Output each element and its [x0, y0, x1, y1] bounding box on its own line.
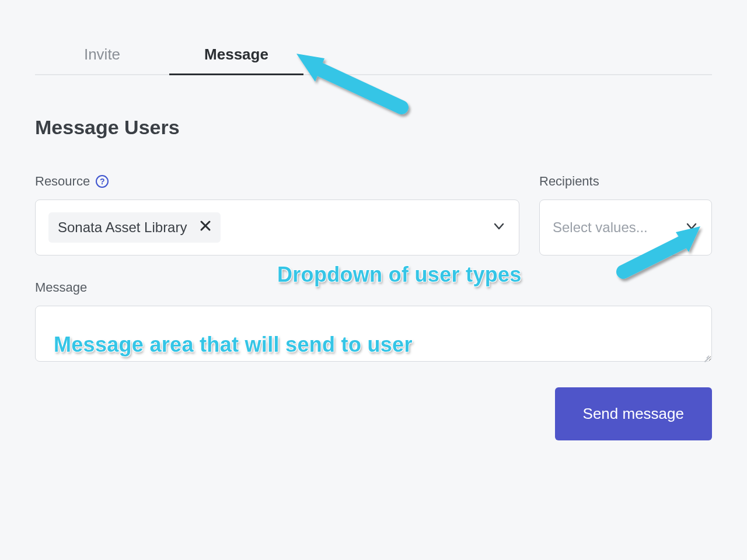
- field-message: Message: [35, 280, 712, 364]
- field-resource: Resource ? Sonata Asset Library: [35, 174, 519, 256]
- field-recipients: Recipients Select values...: [539, 174, 712, 256]
- help-icon[interactable]: ?: [96, 175, 109, 188]
- resource-chip-label: Sonata Asset Library: [58, 219, 187, 236]
- form-row: Resource ? Sonata Asset Library Recipien…: [35, 174, 712, 256]
- page-container: Invite Message Message Users Resource ? …: [0, 35, 747, 440]
- resource-chip: Sonata Asset Library: [48, 212, 221, 243]
- tabs: Invite Message: [35, 35, 712, 75]
- tab-invite-label: Invite: [84, 46, 120, 63]
- message-textarea[interactable]: [35, 306, 712, 362]
- close-icon[interactable]: [200, 220, 211, 235]
- resource-label-row: Resource ?: [35, 174, 519, 189]
- chevron-down-icon: [492, 219, 506, 236]
- tab-message-label: Message: [204, 46, 268, 63]
- textarea-wrap: [35, 306, 712, 364]
- tab-invite[interactable]: Invite: [35, 35, 169, 74]
- recipients-select[interactable]: Select values...: [539, 200, 712, 256]
- recipients-placeholder: Select values...: [553, 219, 648, 236]
- chevron-down-icon: [685, 219, 699, 236]
- resource-select[interactable]: Sonata Asset Library: [35, 200, 519, 256]
- recipients-label: Recipients: [539, 174, 599, 189]
- recipients-label-row: Recipients: [539, 174, 712, 189]
- tab-message[interactable]: Message: [169, 35, 303, 74]
- page-title: Message Users: [35, 116, 712, 139]
- actions-row: Send message: [35, 387, 712, 440]
- resource-label: Resource: [35, 174, 90, 189]
- send-message-button[interactable]: Send message: [555, 387, 712, 440]
- message-label-row: Message: [35, 280, 712, 295]
- message-label: Message: [35, 280, 87, 295]
